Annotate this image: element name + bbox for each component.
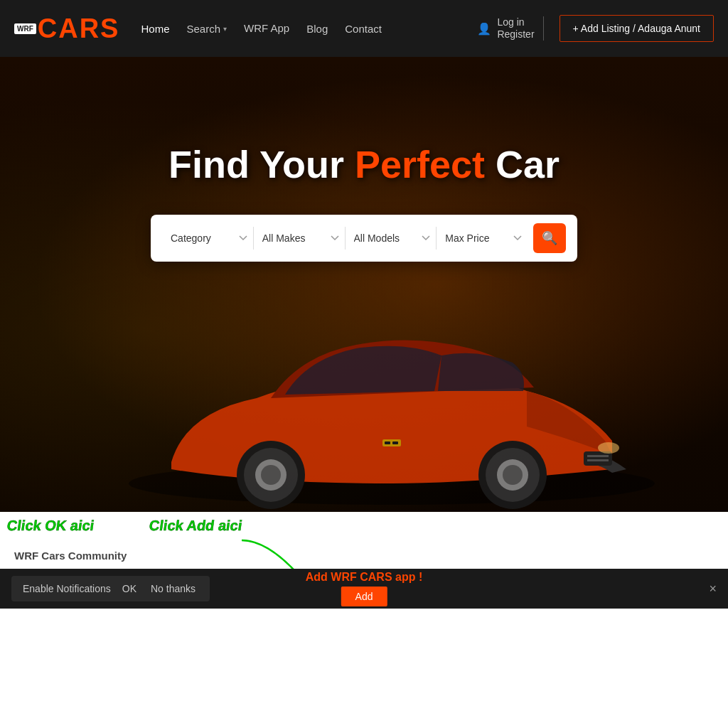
- search-bar: Category All Makes All Models Max Price …: [151, 215, 577, 262]
- svg-rect-2: [587, 455, 609, 457]
- nav-blog[interactable]: Blog: [306, 23, 328, 35]
- nav-links: Home Search ▾ WRF App Blog Contact: [141, 22, 470, 35]
- hero-title-highlight: Perfect: [355, 143, 485, 186]
- nav-home-label: Home: [141, 23, 169, 35]
- nav-wrf-app-label: WRF App: [244, 22, 289, 35]
- add-listing-button[interactable]: + Add Listing / Adauga Anunt: [560, 15, 714, 42]
- svg-point-12: [598, 442, 619, 454]
- hero-section: Find Your Perfect Car Category All Makes…: [0, 57, 728, 512]
- nav-contact[interactable]: Contact: [345, 23, 382, 35]
- wrf-community-label: WRF Cars Community: [14, 550, 127, 562]
- svg-rect-3: [587, 459, 609, 461]
- navbar: WRF CARS Home Search ▾ WRF App Blog Cont…: [0, 0, 728, 57]
- category-select[interactable]: Category: [162, 227, 254, 250]
- logo[interactable]: WRF CARS: [14, 14, 119, 44]
- notification-bar: Enable Notifications OK No thanks Add WR…: [0, 569, 728, 609]
- svg-rect-15: [392, 441, 398, 444]
- nav-wrf-app[interactable]: WRF App: [244, 22, 289, 35]
- annotation-area: Click OK aici Click Add aici WRF Cars Co…: [0, 512, 728, 569]
- nav-blog-label: Blog: [306, 23, 328, 35]
- nav-home[interactable]: Home: [141, 23, 169, 35]
- add-app-label: Add WRF CARS app !: [306, 571, 422, 584]
- hero-title: Find Your Perfect Car: [168, 142, 560, 186]
- register-label: Register: [497, 28, 534, 41]
- logo-wrf: WRF: [14, 23, 36, 34]
- hero-content: Find Your Perfect Car Category All Makes…: [0, 57, 728, 262]
- notification-close-button[interactable]: ×: [709, 582, 717, 596]
- nav-search[interactable]: Search ▾: [186, 23, 227, 35]
- auth-section: 👤 Log in Register: [477, 16, 543, 41]
- login-label: Log in: [497, 16, 534, 28]
- notification-label: Enable Notifications: [23, 583, 111, 594]
- bottom-area: [0, 609, 728, 728]
- search-chevron-icon: ▾: [223, 25, 227, 33]
- notification-no-thanks-button[interactable]: No thanks: [148, 583, 198, 594]
- logo-cars: CARS: [38, 14, 120, 44]
- notification-left: Enable Notifications OK No thanks: [11, 576, 210, 601]
- nav-search-label: Search: [186, 23, 220, 35]
- search-icon: 🔍: [542, 230, 557, 246]
- svg-point-7: [261, 465, 281, 485]
- annotation-click-ok: Click OK aici: [6, 518, 95, 534]
- svg-rect-14: [385, 441, 390, 444]
- hero-car-image: [114, 284, 669, 512]
- annotation-click-add: Click Add aici: [148, 518, 243, 534]
- nav-contact-label: Contact: [345, 23, 382, 35]
- svg-rect-1: [584, 451, 612, 466]
- add-app-button[interactable]: Add: [341, 587, 387, 606]
- notification-ok-button[interactable]: OK: [119, 583, 139, 594]
- price-select[interactable]: Max Price: [437, 227, 528, 250]
- user-icon: 👤: [477, 22, 491, 36]
- svg-point-11: [503, 465, 523, 485]
- models-select[interactable]: All Models: [346, 227, 437, 250]
- search-button[interactable]: 🔍: [533, 223, 566, 253]
- hero-title-prefix: Find Your: [168, 143, 355, 186]
- auth-text[interactable]: Log in Register: [497, 16, 534, 41]
- notification-center: Add WRF CARS app ! Add: [306, 571, 422, 606]
- makes-select[interactable]: All Makes: [254, 227, 346, 250]
- hero-title-suffix: Car: [485, 143, 560, 186]
